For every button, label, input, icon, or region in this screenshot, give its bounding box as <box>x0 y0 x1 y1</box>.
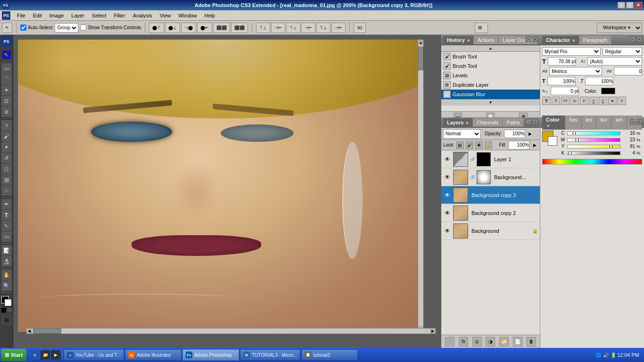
dist-btn-6[interactable]: ⊣⊢ <box>331 23 346 33</box>
menu-image[interactable]: Image <box>46 12 68 19</box>
align-btn-6[interactable]: ⬛⬛ <box>231 23 248 33</box>
pen-tool-icon[interactable]: ✒ <box>1 199 12 209</box>
crop-tool-icon[interactable]: ⊡ <box>1 96 12 106</box>
lock-position-btn[interactable]: ✚ <box>475 141 483 149</box>
screen-mode-icon[interactable]: ⊞ <box>1 315 12 325</box>
actions-tab[interactable]: Actions <box>474 36 499 44</box>
layers-panel-minimize-btn[interactable]: − <box>526 119 531 124</box>
menu-window[interactable]: Window <box>174 12 200 19</box>
subscript-btn[interactable]: T <box>589 97 598 105</box>
path-select-icon[interactable]: ↖ <box>1 221 12 231</box>
screen-mode-btn[interactable]: ⊞ <box>475 23 488 33</box>
taskbar-youtube-item[interactable]: e YouTube - Us and T... <box>64 349 124 361</box>
layer-delete-btn[interactable]: 🗑 <box>527 337 536 346</box>
lock-all-btn[interactable]: 🔒 <box>485 141 492 149</box>
quick-mask-off-icon[interactable] <box>1 308 6 313</box>
zoom-tool-icon[interactable]: 🔍 <box>1 280 12 291</box>
leading-dropdown[interactable]: (Auto) <box>587 57 642 66</box>
battery-icon[interactable]: 🔋 <box>611 353 616 358</box>
adjustments-tab[interactable]: itor <box>596 115 611 130</box>
fill-arrow-btn[interactable]: ▶ <box>531 142 538 148</box>
align-btn-4[interactable]: ⬤⊢ <box>197 23 212 33</box>
menu-edit[interactable]: Edit <box>29 12 46 19</box>
history-tab[interactable]: History × <box>443 36 474 44</box>
dist-btn-5[interactable]: ⊤⊥ <box>316 23 330 33</box>
black-slider-track[interactable] <box>567 151 620 155</box>
opacity-arrow-btn[interactable]: ▶ <box>527 131 534 137</box>
menu-file[interactable]: File <box>13 12 29 19</box>
menu-view[interactable]: View <box>156 12 175 19</box>
histogram-tab[interactable]: am <box>611 115 627 130</box>
color-spectrum[interactable] <box>542 159 642 165</box>
type-tool-icon[interactable]: T <box>1 210 12 220</box>
char-panel-close-btn[interactable]: × <box>636 36 642 42</box>
font-family-dropdown[interactable]: Myriad Pro <box>542 47 601 56</box>
history-brush-icon[interactable]: ↺ <box>1 153 12 163</box>
superscript-btn[interactable]: T' <box>580 97 588 105</box>
stamp-tool-icon[interactable]: ✦ <box>1 142 12 152</box>
quick-launch-ie-icon[interactable]: e <box>30 350 40 360</box>
layer-group-btn[interactable]: 📁 <box>499 337 509 346</box>
cyan-slider-thumb[interactable] <box>573 132 576 135</box>
history-panel-minimize-btn[interactable]: − <box>526 36 531 42</box>
history-scroll-up[interactable]: ▲ <box>441 45 540 52</box>
dist-btn-3[interactable]: ⊤⊥ <box>286 23 300 33</box>
tracking-dropdown[interactable]: Metrics <box>549 67 602 75</box>
small-caps-btn[interactable]: Tr <box>570 97 579 105</box>
italic-btn[interactable]: T <box>552 97 560 105</box>
menu-analysis[interactable]: Analysis <box>129 12 156 19</box>
layer-link-footer-btn[interactable]: 🔗 <box>445 337 454 346</box>
magenta-slider-thumb[interactable] <box>576 138 578 142</box>
history-item-4[interactable]: ⊞ Duplicate Layer <box>441 80 540 90</box>
color-panel-minimize-btn[interactable]: − <box>630 119 636 124</box>
layer-visibility-icon-1[interactable]: 👁 <box>443 155 452 164</box>
bold-btn[interactable]: T <box>542 97 551 105</box>
quick-launch-media-icon[interactable]: ▶ <box>51 350 60 360</box>
network-icon[interactable]: 🌐 <box>595 353 601 358</box>
layer-item-bg-copy2[interactable]: 👁 Background copy 2 <box>441 204 540 222</box>
history-item-2[interactable]: 🖌 Brush Tool <box>441 61 540 71</box>
layers-panel-close-btn[interactable]: × <box>532 119 538 124</box>
align-btn-2[interactable]: ⬤⊥ <box>165 23 180 33</box>
minimize-btn[interactable]: − <box>618 2 625 8</box>
menu-select[interactable]: Select <box>88 12 110 19</box>
brush-tool-icon[interactable]: 🖌 <box>1 131 12 141</box>
color-close-icon[interactable]: × <box>547 123 549 128</box>
language-btn[interactable]: T <box>618 97 626 105</box>
lasso-tool-icon[interactable]: ⌒ <box>1 74 12 84</box>
healing-tool-icon[interactable]: ⚕ <box>1 120 12 131</box>
cyan-slider-track[interactable] <box>567 132 620 135</box>
close-btn[interactable]: ✕ <box>635 2 642 8</box>
layers-close-icon[interactable]: × <box>466 121 469 125</box>
font-style-dropdown[interactable]: Regular <box>603 47 642 56</box>
color-tab[interactable]: Color × <box>542 115 565 130</box>
layer-item-layer1[interactable]: 👁 🔗 Layer 1 <box>441 150 540 168</box>
create-new-doc-btn[interactable]: 📄 <box>486 113 495 118</box>
styles-tab[interactable]: les <box>582 115 596 130</box>
history-item-5[interactable]: ◎ Gaussian Blur <box>441 90 540 99</box>
notes-tool-icon[interactable]: 📝 <box>1 245 12 255</box>
history-item-1[interactable]: 🖌 Brush Tool <box>441 52 540 61</box>
dodge-tool-icon[interactable]: ○ <box>1 185 12 196</box>
background-color-swatch[interactable] <box>4 299 12 306</box>
layer-link-icon-2[interactable]: 🔗 <box>470 173 475 181</box>
scale-horizontal-input[interactable] <box>585 77 613 85</box>
layer-link-icon-1[interactable]: 🔗 <box>470 155 475 164</box>
scale-vertical-input[interactable] <box>547 77 576 85</box>
lock-transparent-btn[interactable]: ▤ <box>456 141 464 149</box>
layers-tab[interactable]: Layers × <box>443 118 473 127</box>
menu-filter[interactable]: Filter <box>110 12 129 19</box>
history-panel-close-btn[interactable]: × <box>532 36 538 42</box>
3d-btn[interactable]: 3D <box>354 23 366 33</box>
slice-tool-icon[interactable]: ⊘ <box>1 107 12 117</box>
swatches-tab[interactable]: hes <box>565 115 582 130</box>
dist-btn-2[interactable]: ⊣⊢ <box>271 23 285 33</box>
transform-checkbox[interactable] <box>80 25 86 31</box>
underline-btn[interactable]: T <box>599 97 607 105</box>
workspace-dropdown[interactable]: Workspace ▾ <box>597 23 642 33</box>
fill-input[interactable] <box>508 141 529 149</box>
move-tool-icon[interactable]: ↖ <box>1 49 12 60</box>
hand-tool-icon[interactable]: ✋ <box>1 270 12 280</box>
eyedropper-tool-icon[interactable]: 🔬 <box>1 256 12 266</box>
history-close-icon[interactable]: × <box>467 38 470 43</box>
